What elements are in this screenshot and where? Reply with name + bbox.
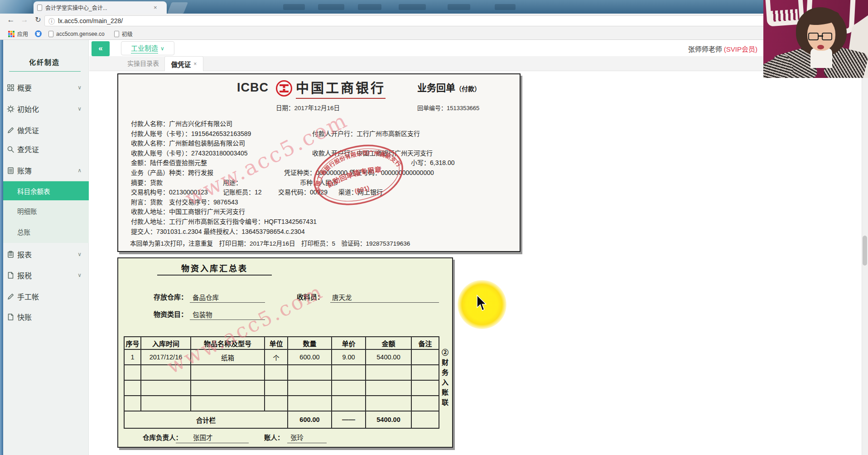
sidebar-item-label: 手工帐	[17, 291, 39, 302]
doc-type-sub: （付款）	[455, 85, 481, 92]
screen: 会计学堂实操中心_会计... × ← → ↻ ⓘ lx.acc5.com/mai…	[0, 0, 868, 455]
sidebar-item-reports[interactable]: 报表 ∨	[3, 246, 89, 262]
tab-make-voucher-active[interactable]: 做凭证 ×	[164, 56, 203, 71]
workspace-tabstrip: 实操目录表 做凭证 ×	[89, 56, 868, 71]
tab-label: 做凭证	[171, 59, 191, 69]
receipt-line: 付款人地址：工行广州市高新区支行指令编号：HQFT1342567431	[130, 217, 515, 227]
search-icon	[7, 145, 14, 153]
sidebar-item-general-ledger[interactable]: 总账	[3, 225, 89, 238]
receipt-line: 付款人名称：广州古兴化纤有限公司	[130, 119, 515, 129]
book-icon	[7, 167, 14, 174]
pencil-icon	[7, 126, 14, 134]
bookmark-gensee[interactable]: acc5com.gensee.co	[46, 31, 107, 37]
page-info-icon[interactable]: ⓘ	[48, 16, 55, 25]
sidebar-collapse-button[interactable]: «	[92, 41, 110, 56]
clipboard-icon	[7, 251, 14, 258]
bookmark-chuji[interactable]: 初级	[111, 30, 135, 38]
bookmarks-bar: 应用 acc5com.gensee.co 初级	[0, 28, 868, 40]
titlebar-artifact	[318, 4, 344, 10]
browser-titlebar: 会计学堂实操中心_会计... ×	[0, 0, 868, 14]
field-receiver-value: 唐天龙	[332, 292, 352, 302]
webcam-person-sweater	[810, 48, 832, 68]
apps-grid-icon	[8, 31, 14, 37]
field-warehouse-value: 备品仓库	[193, 292, 219, 302]
sidebar-item-manual-ledger[interactable]: 手工帐	[3, 288, 89, 305]
url-text[interactable]: lx.acc5.com/main_228/	[58, 17, 123, 24]
user-info[interactable]: 张师师老师 (SVIP会员)	[688, 44, 757, 53]
webcam-person-glasses	[822, 33, 832, 40]
signature-bookkeeper-label: 账人：	[264, 432, 284, 442]
paw-bookmark-icon[interactable]	[35, 30, 42, 37]
app-header: « 工业制造 ∨ 张师师老师 (SVIP会员)	[89, 40, 868, 56]
sidebar-item-account-balance-active[interactable]: 科目余额表	[3, 181, 89, 200]
field-underline	[190, 319, 265, 320]
table-total-row: 合计栏 600.00 —— 5400.00	[124, 411, 439, 428]
sidebar-item-init[interactable]: 初始化 ∨	[3, 101, 89, 117]
bookmark-label: acc5com.gensee.co	[56, 31, 105, 37]
page-icon	[114, 31, 119, 37]
field-warehouse-label: 存放仓库：	[154, 292, 188, 301]
sidebar-item-tax[interactable]: 报税 ∨	[3, 267, 89, 283]
receipt-line: 提交人：7301031.c.2304 最终授权人：136453798654.c.…	[130, 227, 515, 237]
table-row: 12017/12/16 纸箱个 600.009.00 5400.00	[124, 349, 439, 365]
sidebar-item-overview[interactable]: 概要 ∨	[3, 79, 89, 96]
receipt-doc-type: 业务回单（付款）	[417, 80, 481, 94]
titlebar-artifact	[448, 4, 470, 10]
new-tab-button[interactable]	[167, 2, 188, 14]
tab-practice-directory[interactable]: 实操目录表	[121, 56, 165, 71]
field-receiver-label: 收料员：	[297, 292, 324, 301]
receipt-footer: 本回单为第1次打印，注意重复 打印日期：2017年12月16日 打印柜员：5 验…	[130, 238, 410, 247]
sidebar-item-quick-account[interactable]: 快账	[3, 309, 89, 325]
chevron-down-icon: ∨	[77, 84, 82, 91]
chevron-down-icon: ∨	[77, 272, 82, 278]
browser-tab[interactable]: 会计学堂实操中心_会计... ×	[34, 1, 167, 14]
sidebar-title-divider	[9, 71, 81, 72]
field-category-value: 包装物	[193, 310, 212, 319]
sidebar-item-label: 报表	[17, 249, 32, 260]
sidebar-item-detail-ledger[interactable]: 明细账	[3, 204, 89, 218]
course-select-button[interactable]: 工业制造 ∨	[121, 41, 174, 55]
titlebar-artifact	[399, 4, 426, 10]
sidebar-item-label: 账簿	[17, 165, 32, 176]
receipt-date: 日期：2017年12月16日	[276, 103, 340, 112]
receipt-number: 回单编号：1513353665	[417, 103, 479, 112]
table-row-empty	[124, 365, 439, 380]
chevron-down-icon: ∨	[77, 251, 82, 257]
mouse-cursor	[477, 295, 488, 313]
page-icon	[48, 31, 53, 37]
reload-button[interactable]: ↻	[33, 15, 43, 24]
sidebar: 化纤制造 概要 ∨ 初始化 ∨ 做凭证 查凭证 账簿 ∧ 科目余额表	[0, 40, 89, 455]
sidebar-course-title: 化纤制造	[0, 57, 89, 67]
back-button[interactable]: ←	[5, 15, 16, 24]
stamp-number: (001)	[354, 184, 370, 194]
sidebar-item-label: 报税	[17, 270, 32, 281]
table-header-row: 序号入库时间 物品名称及型号单位 数量单价 金额备注	[124, 337, 439, 349]
scrollbar-thumb[interactable]	[863, 236, 867, 266]
ledgers-submenu: 科目余额表 明细账 总账	[3, 180, 89, 243]
apps-shortcut[interactable]: 应用	[5, 30, 31, 38]
material-summary-document: 物资入库汇总表 存放仓库： 备品仓库 收料员： 唐天龙 物资类目： 包装物 序号…	[117, 257, 453, 448]
bookmark-label: 初级	[122, 30, 133, 38]
receipt-line: 付款人账号（卡号）：19156426532163589付款人开户行：工行广州市高…	[130, 129, 515, 139]
vip-badge: (SVIP会员)	[724, 45, 757, 53]
doc-type-main: 业务回单	[417, 82, 455, 93]
submenu-item-label: 科目余额表	[17, 186, 50, 196]
sidebar-item-ledgers[interactable]: 账簿 ∧	[3, 162, 89, 179]
forward-button[interactable]: →	[19, 15, 30, 24]
receipt-line: 收款人名称：广州新越包装制品有限公司	[130, 138, 515, 148]
table-row-empty	[124, 380, 439, 396]
tab-close-icon[interactable]: ×	[193, 61, 197, 67]
webcam-person-mouth	[817, 45, 824, 49]
submenu-item-label: 明细账	[17, 206, 37, 216]
material-table: 序号入库时间 物品名称及型号单位 数量单价 金额备注 12017/12/16 纸…	[124, 336, 439, 429]
user-name: 张师师老师	[688, 45, 722, 53]
tab-close-icon[interactable]: ×	[154, 4, 157, 11]
sidebar-item-make-voucher[interactable]: 做凭证	[3, 122, 89, 138]
titlebar-artifact	[283, 4, 305, 10]
sidebar-item-search-voucher[interactable]: 查凭证	[3, 141, 89, 157]
sidebar-item-label: 快账	[17, 311, 32, 322]
url-field[interactable]: ⓘ lx.acc5.com/main_228/	[44, 15, 862, 26]
submenu-item-label: 总账	[17, 227, 30, 237]
apps-label: 应用	[17, 30, 28, 38]
icbc-logo-icon	[275, 79, 293, 97]
